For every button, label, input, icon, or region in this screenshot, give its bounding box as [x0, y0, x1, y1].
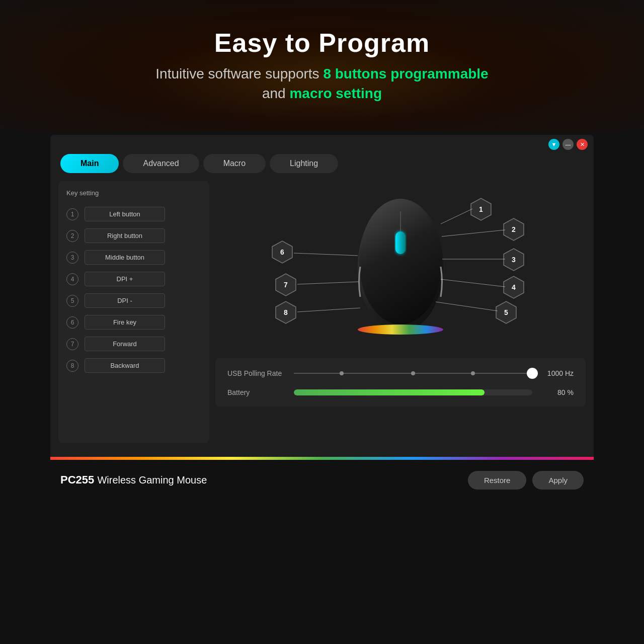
key-item-3[interactable]: 3 Middle button: [66, 250, 201, 265]
mouse-svg: 1 2 3 4 5: [215, 181, 586, 352]
battery-row: Battery 80 %: [227, 388, 574, 396]
key-list: 1 Left button 2 Right button 3 Middle bu…: [66, 207, 201, 373]
key-num-6: 6: [66, 316, 78, 329]
footer-device-name: PC255 Wireless Gaming Mouse: [60, 473, 207, 487]
mouse-diagram: 1 2 3 4 5: [215, 181, 586, 352]
key-num-7: 7: [66, 338, 78, 350]
hero-subtitle: Intuitive software supports 8 buttons pr…: [155, 64, 488, 103]
polling-slider[interactable]: [294, 368, 532, 378]
svg-line-16: [441, 279, 505, 287]
apply-button[interactable]: Apply: [532, 471, 584, 490]
hero-highlight2: macro setting: [289, 86, 382, 101]
battery-value: 80 %: [538, 388, 574, 396]
svg-point-4: [358, 325, 443, 335]
close-button[interactable]: ✕: [577, 139, 588, 150]
key-num-3: 3: [66, 252, 78, 264]
polling-value: 1000 Hz: [538, 369, 574, 377]
mouse-area: 1 2 3 4 5: [215, 181, 586, 443]
key-item-6[interactable]: 6 Fire key: [66, 315, 201, 330]
key-label-5: DPI -: [85, 293, 165, 308]
footer-device-subtitle: Wireless Gaming Mouse: [97, 474, 207, 486]
hero-subtitle-text2: and: [262, 86, 290, 101]
svg-text:6: 6: [280, 248, 284, 256]
key-num-4: 4: [66, 273, 78, 285]
battery-fill: [294, 389, 485, 395]
key-num-1: 1: [66, 208, 78, 220]
hero-highlight1: 8 buttons programmable: [323, 66, 488, 82]
restore-button[interactable]: Restore: [468, 471, 527, 490]
svg-line-22: [294, 253, 358, 256]
hero-subtitle-text1: Intuitive software supports: [155, 66, 323, 82]
hero-section: Easy to Program Intuitive software suppo…: [0, 0, 644, 131]
svg-rect-3: [395, 231, 406, 254]
content-area: Key setting 1 Left button 2 Right button…: [50, 181, 594, 451]
key-item-4[interactable]: 4 DPI +: [66, 272, 201, 286]
battery-bar: [294, 389, 532, 395]
svg-text:1: 1: [479, 205, 483, 213]
svg-line-10: [442, 230, 505, 236]
footer-buttons: Restore Apply: [468, 471, 584, 490]
app-window: ▼ — ✕ Main Advanced Macro Lighting Key s…: [50, 135, 594, 460]
key-label-2: Right button: [85, 228, 165, 243]
nav-tabs: Main Advanced Macro Lighting: [50, 154, 594, 181]
tab-macro[interactable]: Macro: [203, 154, 266, 173]
key-label-4: DPI +: [85, 272, 165, 286]
key-item-7[interactable]: 7 Forward: [66, 337, 201, 351]
key-num-2: 2: [66, 230, 78, 242]
key-num-5: 5: [66, 295, 78, 307]
minimize-button[interactable]: —: [562, 139, 574, 150]
hero-title: Easy to Program: [214, 28, 430, 58]
tab-advanced[interactable]: Advanced: [123, 154, 199, 173]
svg-line-25: [297, 282, 358, 284]
svg-text:7: 7: [284, 281, 288, 289]
title-bar: ▼ — ✕: [50, 135, 594, 154]
svg-text:5: 5: [504, 308, 508, 316]
filter-button[interactable]: ▼: [548, 139, 559, 150]
key-label-7: Forward: [85, 337, 165, 351]
svg-text:3: 3: [512, 256, 516, 264]
key-num-8: 8: [66, 360, 78, 372]
key-item-1[interactable]: 1 Left button: [66, 207, 201, 221]
rainbow-bar: [50, 457, 594, 460]
svg-line-19: [436, 302, 498, 311]
tab-lighting[interactable]: Lighting: [270, 154, 338, 173]
key-item-8[interactable]: 8 Backward: [66, 358, 201, 373]
footer: PC255 Wireless Gaming Mouse Restore Appl…: [0, 460, 644, 500]
polling-label: USB Polling Rate: [227, 369, 288, 377]
key-item-2[interactable]: 2 Right button: [66, 228, 201, 243]
svg-line-7: [441, 209, 472, 224]
tab-main[interactable]: Main: [60, 154, 119, 173]
key-label-8: Backward: [85, 358, 165, 373]
svg-text:2: 2: [512, 225, 516, 233]
key-label-6: Fire key: [85, 315, 165, 330]
key-settings-panel: Key setting 1 Left button 2 Right button…: [58, 181, 209, 443]
key-settings-title: Key setting: [66, 189, 201, 197]
status-panel: USB Polling Rate 1000 Hz Battery: [215, 358, 586, 407]
key-item-5[interactable]: 5 DPI -: [66, 293, 201, 308]
battery-label: Battery: [227, 388, 288, 396]
key-label-1: Left button: [85, 207, 165, 221]
polling-row: USB Polling Rate 1000 Hz: [227, 368, 574, 378]
key-label-3: Middle button: [85, 250, 165, 265]
svg-text:4: 4: [512, 283, 516, 291]
svg-line-28: [297, 308, 360, 312]
svg-text:8: 8: [284, 308, 288, 316]
